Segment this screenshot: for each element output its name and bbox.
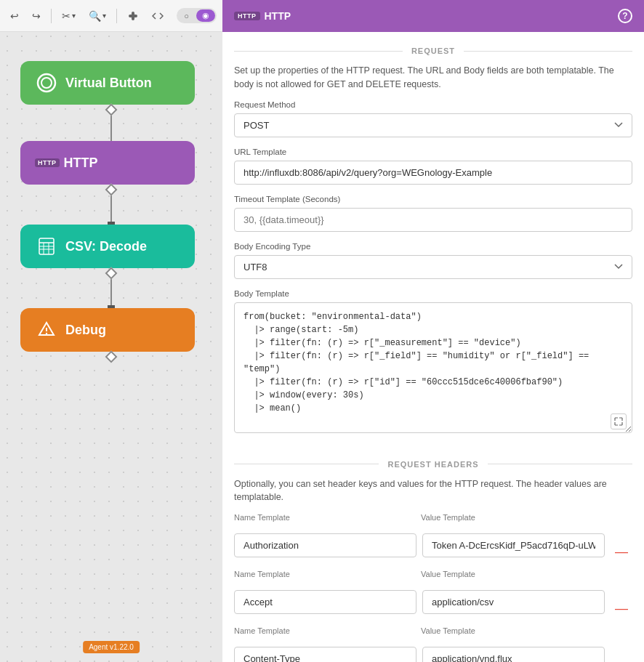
virtual-button-label: Virtual Button [65,76,152,91]
svg-point-2 [38,74,55,92]
header-1-value-input[interactable] [422,533,605,557]
headers-description: Optionally, you can set header keys and … [222,477,644,514]
header-1-name-col [234,533,416,557]
header-row-3-labels: Name Template Value Template [234,626,632,639]
value-template-label-1: Value Template [421,513,602,522]
name-col-header-2: Name Template [234,570,415,582]
node-virtual-button[interactable]: Virtual Button [20,61,195,105]
undo-button[interactable]: ↩ [6,7,23,25]
header-2-value-input[interactable] [422,590,605,614]
node-csv-decode[interactable]: CSV: Decode [20,225,195,268]
virtual-button-icon [35,71,58,94]
body-field-group: Body Template from(bucket: "environmenta… [222,289,644,445]
body-textarea[interactable]: from(bucket: "environmental-data") |> ra… [234,302,632,433]
headers-section-label: REQUEST HEADERS [387,460,478,469]
timeout-label: Timeout Template (Seconds) [234,195,632,203]
encoding-field-group: Body Encoding Type UTF8 Base64 JSON [222,242,644,289]
headers-section-divider: REQUEST HEADERS [234,460,632,469]
header-row-3: — [234,642,632,662]
method-select[interactable]: POST GET PUT DELETE PATCH [234,113,632,137]
method-field-group: Request Method POST GET PUT DELETE PATCH [222,100,644,148]
value-template-label-3: Value Template [421,626,602,635]
value-col-header-3: Value Template [421,626,602,639]
timeout-input[interactable] [234,208,632,232]
header-3-name-input[interactable] [234,647,416,662]
diamond-3 [105,267,118,280]
redo-button[interactable]: ↪ [28,7,45,25]
diamond-1 [105,104,118,116]
headers-grid: Name Template Value Template — [222,513,644,662]
header-row-1: — [234,528,632,562]
agent-badge: Agent v1.22.0 [83,641,140,653]
canvas-panel: ↩ ↪ ✂ ▾ 🔍 ▾ ○ ◉ Virtual Button [0,0,222,662]
body-label: Body Template [234,289,632,298]
line-3 [110,278,112,305]
svg-point-3 [41,78,52,88]
name-col-header: Name Template [234,513,415,525]
diamond-4 [105,351,118,363]
method-label: Request Method [234,100,632,109]
right-content: REQUEST Set up the properties of the HTT… [222,47,644,662]
node-debug[interactable]: Debug [20,308,195,352]
header-3-value-input[interactable] [422,647,605,662]
expand-button[interactable] [611,413,627,429]
header-1-delete-button[interactable]: — [611,541,632,562]
svg-rect-1 [132,12,134,20]
header-3-value-col [422,647,605,662]
name-col-header-3: Name Template [234,626,415,639]
body-textarea-wrapper: from(bucket: "environmental-data") |> ra… [234,302,632,435]
csv-decode-label: CSV: Decode [65,239,147,254]
csv-icon [35,235,58,258]
header-3-name-col [234,647,416,662]
cut-button[interactable]: ✂ ▾ [57,7,80,25]
separator-2 [116,9,117,23]
value-template-label-2: Value Template [421,570,602,578]
header-2-name-col [234,590,416,614]
diamond-2 [105,184,118,196]
http-node-label: HTTP [64,156,98,171]
header-3-delete-button[interactable]: — [611,655,632,662]
toggle-off[interactable]: ○ [178,10,195,22]
canvas-area: Virtual Button HTTP HTTP [0,32,222,662]
panel-title: HTTP [265,10,291,22]
header-1-value-col [422,533,605,557]
add-button[interactable] [123,7,143,25]
http-node-badge: HTTP [35,158,60,167]
separator-1 [51,9,52,23]
encoding-label: Body Encoding Type [234,242,632,251]
header-1-name-input[interactable] [234,533,416,557]
name-template-label-1: Name Template [234,513,415,522]
encoding-select[interactable]: UTF8 Base64 JSON [234,255,632,279]
line-1 [110,114,112,142]
header-http-badge: HTTP [234,12,260,20]
connector-4 [107,352,116,361]
header-2-value-col [422,590,605,614]
debug-label: Debug [65,323,106,338]
value-col-header: Value Template [421,513,602,525]
url-label: URL Template [234,148,632,156]
zoom-button[interactable]: 🔍 ▾ [84,7,110,25]
timeout-field-group: Timeout Template (Seconds) [222,195,644,242]
toggle-on[interactable]: ◉ [196,9,215,22]
name-template-label-3: Name Template [234,626,415,635]
connector-2 [107,185,116,229]
header-2-name-input[interactable] [234,590,416,614]
value-col-header-2: Value Template [421,570,602,582]
header-row-2: — [234,585,632,619]
debug-icon [35,318,58,342]
request-section-label: REQUEST [411,47,455,55]
header-row-2-labels: Name Template Value Template [234,570,632,582]
name-template-label-2: Name Template [234,570,415,578]
node-http[interactable]: HTTP HTTP [20,141,195,185]
right-panel: HTTP HTTP ? REQUEST Set up the propertie… [222,0,644,662]
header-2-delete-button[interactable]: — [611,598,632,619]
url-input[interactable] [234,161,632,185]
code-button[interactable] [148,7,168,25]
header-row-labels: Name Template Value Template [234,513,632,525]
request-section-divider: REQUEST [234,47,632,55]
line-2 [110,194,112,222]
svg-point-12 [46,333,47,334]
toolbar: ↩ ↪ ✂ ▾ 🔍 ▾ ○ ◉ [0,0,222,32]
help-icon[interactable]: ? [618,9,632,23]
connector-3 [107,269,116,312]
